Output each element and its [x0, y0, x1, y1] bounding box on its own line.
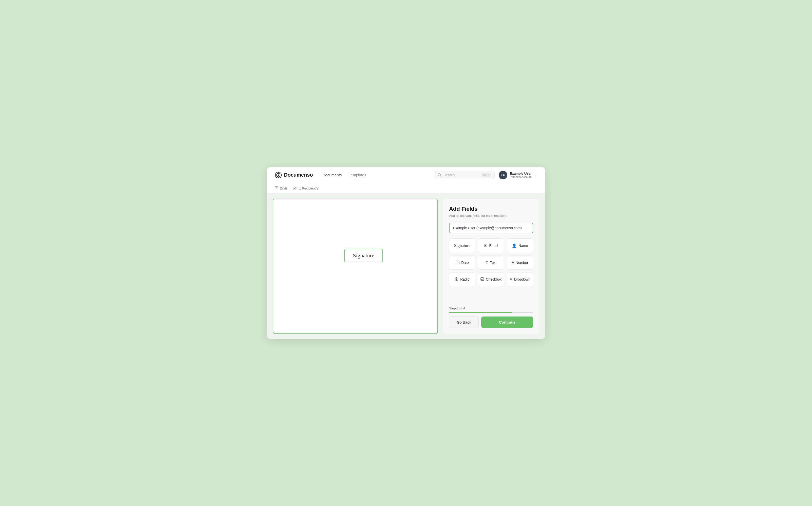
nav-templates[interactable]: Templates: [348, 172, 366, 178]
step-progress-fill: [449, 312, 512, 313]
field-btn-dropdown[interactable]: ∨ Dropdown: [507, 272, 533, 286]
signature-field-label: Signature: [454, 243, 470, 248]
dropdown-field-label: Dropdown: [514, 277, 530, 281]
field-btn-email[interactable]: ✉ Email: [478, 238, 504, 253]
main-window: Documenso Documents Templates Search ⌘+K…: [267, 167, 545, 339]
search-shortcut: ⌘+K: [481, 173, 491, 177]
field-btn-name[interactable]: 👤 Name: [507, 238, 533, 253]
search-bar[interactable]: Search ⌘+K: [434, 171, 495, 179]
svg-point-13: [294, 187, 295, 188]
field-btn-checkbox[interactable]: Checkbox: [478, 272, 504, 286]
step-text: Step 3 of 4: [449, 307, 533, 310]
radio-icon: [455, 277, 459, 281]
logo-icon: [275, 172, 282, 179]
right-panel: Add Fields Add all relevant fields for e…: [443, 198, 539, 334]
user-account-type: Personal Account: [510, 175, 532, 178]
number-icon: #: [512, 261, 514, 265]
panel-footer: Step 3 of 4 Go Back Continue: [449, 307, 533, 334]
svg-rect-15: [456, 261, 459, 264]
logo[interactable]: Documenso: [275, 172, 313, 179]
draft-label: Draft: [280, 186, 287, 190]
go-back-button[interactable]: Go Back: [449, 317, 479, 328]
email-field-label: Email: [489, 244, 498, 248]
subheader: Draft 1 Recipient(s): [267, 183, 545, 193]
svg-rect-21: [481, 277, 484, 280]
checkbox-field-label: Checkbox: [486, 277, 501, 281]
document-area: Signature: [273, 198, 438, 334]
recipients-badge: 1 Recipient(s): [293, 186, 319, 190]
footer-buttons: Go Back Continue: [449, 317, 533, 334]
panel-title: Add Fields: [449, 206, 533, 212]
dropdown-icon: ∨: [510, 277, 513, 281]
recipient-chevron-icon: ⌄: [526, 226, 529, 230]
file-icon: [275, 186, 278, 190]
svg-line-8: [441, 176, 442, 177]
text-field-label: Text: [490, 261, 497, 265]
field-btn-signature[interactable]: Signature: [449, 238, 475, 253]
recipient-select[interactable]: Example User (example@documenso.com) ⌄: [449, 223, 533, 233]
app-name: Documenso: [284, 172, 313, 178]
svg-point-20: [456, 278, 457, 279]
search-placeholder: Search: [444, 173, 479, 177]
checkbox-icon: [480, 277, 484, 281]
step-progress-bar: [449, 312, 533, 313]
recipient-select-value: Example User (example@documenso.com): [453, 226, 522, 230]
svg-point-14: [296, 187, 297, 188]
field-btn-date[interactable]: Date: [449, 256, 475, 270]
svg-point-2: [278, 174, 279, 176]
field-btn-text[interactable]: T Text: [478, 256, 504, 270]
number-field-label: Number: [516, 261, 528, 265]
search-icon: [438, 173, 442, 177]
fields-grid: Signature ✉ Email 👤 Name: [449, 238, 533, 286]
date-icon: [456, 260, 460, 265]
field-btn-radio[interactable]: Radio: [449, 272, 475, 286]
header: Documenso Documents Templates Search ⌘+K…: [267, 167, 545, 183]
name-icon: 👤: [512, 243, 517, 248]
email-icon: ✉: [484, 243, 487, 248]
nav-documents[interactable]: Documents: [322, 172, 342, 178]
panel-subtitle: Add all relevant fields for each recipie…: [449, 214, 533, 218]
draft-badge: Draft: [275, 186, 287, 190]
recipients-icon: [293, 186, 297, 190]
continue-button[interactable]: Continue: [481, 317, 533, 328]
main-content: Signature Add Fields Add all relevant fi…: [267, 193, 545, 339]
user-name: Example User: [510, 172, 532, 175]
user-avatar: EU: [499, 171, 507, 179]
user-section[interactable]: EU Example User Personal Account ⌄: [499, 171, 537, 179]
radio-field-label: Radio: [460, 277, 470, 281]
user-chevron-icon: ⌄: [534, 173, 537, 177]
text-icon: T: [486, 261, 488, 265]
nav: Documents Templates: [322, 172, 434, 178]
date-field-label: Date: [461, 261, 469, 265]
signature-field[interactable]: Signature: [344, 249, 383, 262]
user-info: Example User Personal Account: [510, 172, 532, 178]
recipients-label: 1 Recipient(s): [299, 186, 319, 190]
field-btn-number[interactable]: # Number: [507, 256, 533, 270]
name-field-label: Name: [519, 244, 528, 248]
